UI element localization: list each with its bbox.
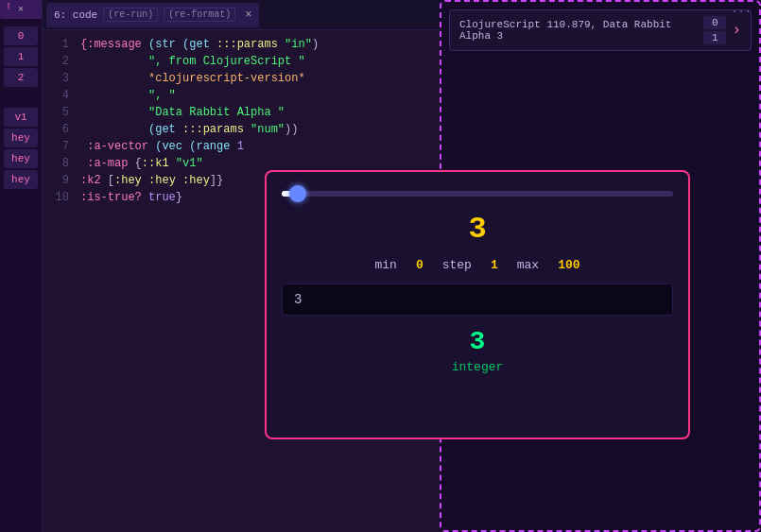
code-line-2: 2 ", from ClojureScript "	[43, 53, 440, 70]
editor-tabs: 6: code (re-run) (re-format) ×	[43, 0, 440, 30]
panel-dots-button[interactable]: ···	[731, 6, 752, 19]
slider-large-value: 3	[468, 212, 486, 247]
sidebar-item-hey-1[interactable]: hey	[4, 129, 38, 147]
slider-container	[282, 187, 673, 200]
sidebar-item-hey-2[interactable]: hey	[4, 149, 38, 168]
sidebar-item-1[interactable]: 1	[4, 47, 38, 66]
min-label: min	[374, 258, 396, 272]
tab-label: 6: code	[54, 9, 97, 21]
max-label: max	[517, 258, 539, 272]
result-type: integer	[452, 360, 504, 374]
rerun-button[interactable]: (re-run)	[103, 8, 158, 22]
max-value: 100	[558, 258, 579, 272]
sidebar-item-0[interactable]: 0	[4, 26, 38, 45]
cljs-nums: 0 1	[703, 16, 726, 44]
tab-close-button[interactable]: ×	[245, 9, 251, 22]
slider-input[interactable]	[282, 283, 673, 316]
cljs-info: ClojureScript 110.879, Data Rabbit Alpha…	[449, 9, 752, 51]
top-badge-label: !	[6, 2, 11, 12]
code-line-4: 4 ", "	[43, 87, 440, 104]
slider-panel: 3 min 0 step 1 max 100 3 integer	[265, 170, 690, 439]
slider-result: 3 integer	[452, 327, 504, 374]
cljs-arrow-button[interactable]: ›	[732, 22, 741, 39]
min-value: 0	[416, 258, 424, 272]
step-value: 1	[491, 258, 498, 272]
code-line-3: 3 *clojurescript-version*	[43, 70, 440, 87]
slider-track	[282, 191, 673, 197]
code-line-6: 6 (get :::params "num"))	[43, 121, 440, 138]
code-line-1: 1 {:message (str (get :::params "in")	[43, 36, 440, 53]
slider-meta: min 0 step 1 max 100	[374, 258, 579, 272]
sidebar-item-v1[interactable]: v1	[4, 108, 38, 127]
sidebar-items: 0 1 2 v1 hey hey hey	[0, 23, 42, 193]
code-line-5: 5 "Data Rabbit Alpha "	[43, 104, 440, 121]
sidebar: × 0 1 2 v1 hey hey hey	[0, 0, 43, 532]
sidebar-item-2[interactable]: 2	[4, 68, 38, 87]
reformat-button[interactable]: (re-format)	[164, 8, 235, 22]
cljs-label: ClojureScript 110.879, Data Rabbit Alpha…	[459, 19, 703, 42]
code-line-7: 7 :a-vector (vec (range 1	[43, 138, 440, 155]
cljs-num-0: 0	[703, 16, 726, 29]
top-badge: !	[0, 0, 17, 14]
editor-tab[interactable]: 6: code (re-run) (re-format) ×	[46, 3, 259, 27]
result-value: 3	[470, 327, 486, 356]
slider-thumb[interactable]	[289, 185, 306, 202]
step-label: step	[442, 258, 472, 272]
cljs-num-1: 1	[703, 31, 726, 44]
close-icon: ×	[18, 4, 25, 15]
sidebar-item-hey-3[interactable]: hey	[4, 170, 38, 189]
